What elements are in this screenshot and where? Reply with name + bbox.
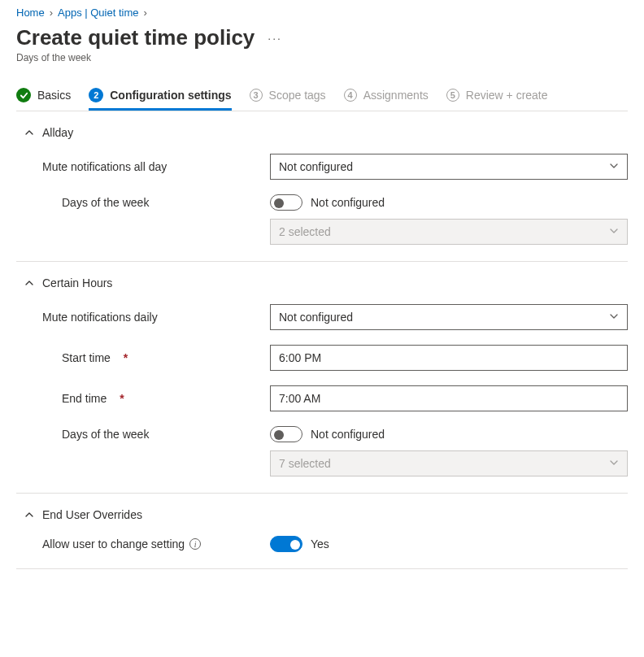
allow-change-toggle-label: Yes (311, 537, 329, 550)
certain-days-label: Days of the week (16, 428, 270, 441)
chevron-down-icon (609, 457, 619, 470)
step-number-icon: 3 (250, 89, 263, 102)
tab-label: Configuration settings (110, 89, 231, 102)
section-title: End User Overrides (42, 508, 142, 521)
section-certain-hours: Certain Hours Mute notifications daily N… (16, 262, 628, 494)
chevron-up-icon (24, 510, 34, 520)
breadcrumb-home[interactable]: Home (16, 7, 45, 19)
certain-days-multiselect: 7 selected (270, 450, 628, 476)
section-certain-hours-toggle[interactable]: Certain Hours (16, 276, 628, 289)
allday-days-toggle[interactable] (270, 194, 302, 211)
select-value: Not configured (279, 160, 353, 173)
mute-all-day-label: Mute notifications all day (16, 160, 270, 173)
allday-days-multiselect: 2 selected (270, 219, 628, 245)
end-time-input[interactable] (270, 385, 628, 411)
chevron-right-icon: › (50, 7, 53, 19)
page-title: Create quiet time policy (16, 25, 255, 50)
certain-days-toggle[interactable] (270, 426, 302, 442)
allday-days-label: Days of the week (16, 196, 270, 209)
more-actions-button[interactable]: ··· (264, 28, 285, 48)
info-icon[interactable]: i (189, 538, 201, 550)
chevron-down-icon (609, 311, 619, 324)
mute-daily-label: Mute notifications daily (16, 311, 270, 324)
page-subtitle: Days of the week (16, 52, 628, 63)
end-time-label: End time * (16, 392, 270, 405)
step-number-icon: 4 (344, 89, 357, 102)
section-end-user-overrides: End User Overrides Allow user to change … (16, 494, 628, 569)
breadcrumb-apps-quiet-time[interactable]: Apps | Quiet time (58, 7, 138, 19)
section-overrides-toggle[interactable]: End User Overrides (16, 508, 628, 521)
allow-change-toggle[interactable] (270, 536, 302, 552)
chevron-up-icon (24, 278, 34, 288)
tab-label: Assignments (363, 89, 429, 102)
section-title: Certain Hours (42, 276, 112, 289)
mute-all-day-select[interactable]: Not configured (270, 154, 628, 180)
breadcrumb: Home › Apps | Quiet time › (16, 7, 628, 19)
section-title: Allday (42, 126, 73, 139)
required-indicator: * (124, 351, 128, 364)
tab-assignments[interactable]: 4 Assignments (344, 83, 429, 111)
step-number-icon: 2 (89, 88, 103, 102)
allday-days-toggle-label: Not configured (311, 196, 385, 209)
tab-label: Review + create (466, 89, 548, 102)
check-icon (16, 88, 31, 102)
required-indicator: * (120, 392, 124, 405)
tab-label: Scope tags (269, 89, 326, 102)
select-value: 7 selected (279, 457, 331, 470)
chevron-up-icon (24, 128, 34, 137)
chevron-right-icon: › (144, 7, 147, 19)
allow-change-label: Allow user to change setting i (16, 537, 270, 550)
tab-scope-tags[interactable]: 3 Scope tags (250, 83, 326, 111)
start-time-label: Start time * (16, 351, 270, 364)
tab-basics[interactable]: Basics (16, 83, 71, 111)
certain-days-toggle-label: Not configured (311, 428, 385, 441)
start-time-input[interactable] (270, 345, 628, 371)
chevron-down-icon (609, 160, 619, 173)
tab-review-create[interactable]: 5 Review + create (446, 83, 548, 111)
tab-label: Basics (37, 89, 71, 102)
section-allday: Allday Mute notifications all day Not co… (16, 111, 628, 262)
select-value: Not configured (279, 311, 353, 324)
section-allday-toggle[interactable]: Allday (16, 126, 628, 139)
chevron-down-icon (609, 225, 619, 238)
wizard-tabs: Basics 2 Configuration settings 3 Scope … (16, 83, 628, 111)
tab-configuration-settings[interactable]: 2 Configuration settings (89, 83, 231, 111)
step-number-icon: 5 (446, 89, 459, 102)
mute-daily-select[interactable]: Not configured (270, 304, 628, 330)
select-value: 2 selected (279, 225, 331, 238)
